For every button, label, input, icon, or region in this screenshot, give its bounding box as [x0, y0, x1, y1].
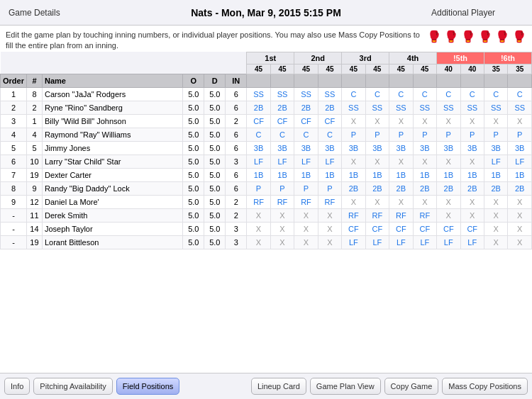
game-plan-view-button[interactable]: Game Plan View [310, 378, 381, 395]
position-cell[interactable]: LF [437, 235, 460, 249]
position-cell[interactable]: SS [413, 101, 436, 114]
position-cell[interactable]: C [247, 128, 270, 141]
position-cell[interactable]: CF [365, 222, 389, 235]
position-cell[interactable]: 3B [365, 141, 389, 154]
position-cell[interactable]: 3B [342, 141, 365, 154]
position-cell[interactable]: 3B [484, 141, 507, 154]
position-cell[interactable]: 3B [318, 141, 341, 154]
position-cell[interactable]: 1B [437, 168, 460, 181]
position-cell[interactable]: X [413, 154, 436, 168]
position-cell[interactable]: SS [247, 87, 270, 101]
position-cell[interactable]: LF [508, 154, 532, 168]
position-cell[interactable]: RF [270, 195, 294, 208]
position-cell[interactable]: LF [389, 235, 413, 249]
position-cell[interactable]: 3B [508, 141, 532, 154]
position-cell[interactable]: X [484, 222, 507, 235]
copy-game-button[interactable]: Copy Game [384, 378, 439, 395]
position-cell[interactable]: SS [389, 101, 413, 114]
position-cell[interactable]: 1B [342, 168, 365, 181]
position-cell[interactable]: X [508, 195, 532, 208]
position-cell[interactable]: C [365, 87, 389, 101]
position-cell[interactable]: C [508, 87, 532, 101]
position-cell[interactable]: X [294, 235, 318, 249]
position-cell[interactable]: RF [318, 195, 341, 208]
position-cell[interactable]: LF [270, 154, 294, 168]
position-cell[interactable]: C [318, 128, 341, 141]
position-cell[interactable]: X [413, 195, 436, 208]
position-cell[interactable]: 2B [413, 181, 436, 195]
position-cell[interactable]: 2B [484, 181, 507, 195]
position-cell[interactable]: P [413, 128, 436, 141]
position-cell[interactable]: C [413, 87, 436, 101]
position-cell[interactable]: P [484, 128, 507, 141]
position-cell[interactable]: X [342, 154, 365, 168]
position-cell[interactable]: 2B [460, 181, 484, 195]
position-cell[interactable]: X [318, 208, 341, 222]
position-cell[interactable]: LF [342, 235, 365, 249]
position-cell[interactable]: C [342, 87, 365, 101]
position-cell[interactable]: X [247, 222, 270, 235]
position-cell[interactable]: 3B [270, 141, 294, 154]
position-cell[interactable]: 3B [247, 141, 270, 154]
position-cell[interactable]: C [389, 87, 413, 101]
position-cell[interactable]: 1B [389, 168, 413, 181]
mass-copy-positions-button[interactable]: Mass Copy Positions [442, 378, 528, 395]
position-cell[interactable]: LF [484, 154, 507, 168]
inning-4th[interactable]: 4th [389, 52, 437, 64]
position-cell[interactable]: X [365, 195, 389, 208]
position-cell[interactable]: X [508, 235, 532, 249]
position-cell[interactable]: SS [460, 101, 484, 114]
inning-6th[interactable]: !6th [484, 52, 531, 64]
position-cell[interactable]: X [460, 114, 484, 128]
pitching-availability-button[interactable]: Pitching Availability [33, 378, 112, 395]
position-cell[interactable]: SS [437, 101, 460, 114]
position-cell[interactable]: 3B [413, 141, 436, 154]
position-cell[interactable]: X [342, 114, 365, 128]
position-cell[interactable]: 2B [294, 101, 318, 114]
position-cell[interactable]: 1B [413, 168, 436, 181]
lineup-card-button[interactable]: Lineup Card [251, 378, 306, 395]
position-cell[interactable]: C [294, 128, 318, 141]
position-cell[interactable]: 2B [508, 181, 532, 195]
position-cell[interactable]: RF [342, 208, 365, 222]
position-cell[interactable]: 1B [484, 168, 507, 181]
position-cell[interactable]: 2B [437, 181, 460, 195]
position-cell[interactable]: CF [294, 114, 318, 128]
position-cell[interactable]: RF [389, 208, 413, 222]
position-cell[interactable]: P [342, 128, 365, 141]
position-cell[interactable]: P [294, 181, 318, 195]
position-cell[interactable]: X [508, 114, 532, 128]
field-positions-button[interactable]: Field Positions [116, 378, 180, 395]
position-cell[interactable]: P [437, 128, 460, 141]
position-cell[interactable]: X [437, 195, 460, 208]
position-cell[interactable]: X [365, 114, 389, 128]
position-cell[interactable]: RF [294, 195, 318, 208]
position-cell[interactable]: X [294, 208, 318, 222]
position-cell[interactable]: 1B [460, 168, 484, 181]
position-cell[interactable]: X [484, 195, 507, 208]
position-cell[interactable]: C [460, 87, 484, 101]
position-cell[interactable]: SS [484, 101, 507, 114]
position-cell[interactable]: SS [270, 87, 294, 101]
position-cell[interactable]: P [270, 181, 294, 195]
table-container[interactable]: 1st 2nd 3rd 4th !5th !6th 45 45 45 45 45… [0, 52, 532, 373]
position-cell[interactable]: 2B [342, 181, 365, 195]
position-cell[interactable]: X [247, 235, 270, 249]
position-cell[interactable]: 3B [294, 141, 318, 154]
inning-1st[interactable]: 1st [247, 52, 294, 64]
position-cell[interactable]: X [508, 222, 532, 235]
position-cell[interactable]: X [342, 195, 365, 208]
position-cell[interactable]: 1B [508, 168, 532, 181]
position-cell[interactable]: C [484, 87, 507, 101]
position-cell[interactable]: 2B [365, 181, 389, 195]
position-cell[interactable]: X [460, 208, 484, 222]
position-cell[interactable]: X [270, 208, 294, 222]
position-cell[interactable]: CF [342, 222, 365, 235]
position-cell[interactable]: X [365, 154, 389, 168]
position-cell[interactable]: X [270, 235, 294, 249]
position-cell[interactable]: 2B [270, 101, 294, 114]
position-cell[interactable]: SS [508, 101, 532, 114]
position-cell[interactable]: CF [270, 114, 294, 128]
position-cell[interactable]: X [318, 235, 341, 249]
position-cell[interactable]: X [437, 208, 460, 222]
